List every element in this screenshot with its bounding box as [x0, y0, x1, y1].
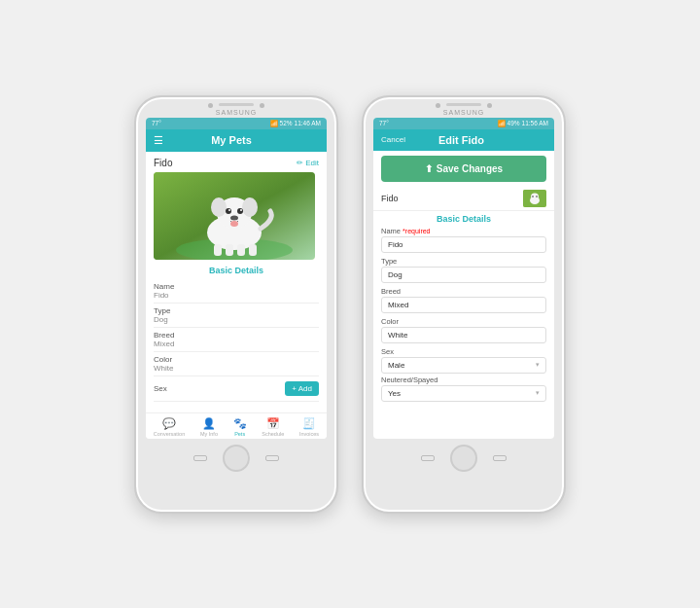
home-button-2[interactable] [450, 445, 477, 472]
dropdown-arrow-sex: ▾ [536, 361, 540, 369]
status-icons-1: 📶 52% 11:46 AM [270, 120, 321, 127]
save-label: Save Changes [437, 163, 503, 174]
brand-label-2: SAMSUNG [443, 109, 484, 116]
bottom-bar-2 [421, 445, 507, 472]
recents-button-2[interactable] [493, 455, 507, 461]
phone2-bottom [421, 439, 507, 472]
bottom-nav: 💬 Conversation 👤 My Info 🐾 Pets 📅 Schedu… [146, 412, 327, 439]
nav-pets[interactable]: 🐾 Pets [233, 417, 247, 437]
svg-rect-15 [249, 244, 257, 256]
svg-rect-12 [214, 244, 222, 256]
status-icons-2: 📶 49% 11:56 AM [498, 120, 548, 127]
sex-dropdown[interactable]: Male ▾ [381, 357, 546, 374]
camera-dot2-left [436, 103, 440, 108]
basic-details-title-1: Basic Details [154, 266, 319, 275]
color-input[interactable]: White [381, 327, 546, 343]
nav-label-schedule: Schedule [262, 431, 284, 437]
edit-icon: ✏ [297, 159, 303, 167]
nav-myinfo[interactable]: 👤 My Info [200, 417, 218, 437]
phone1-screen: 77° 📶 52% 11:46 AM ☰ My Pets Fido [146, 118, 327, 439]
svg-point-8 [228, 209, 230, 211]
svg-rect-14 [237, 244, 245, 256]
add-button[interactable]: + Add [285, 381, 319, 396]
svg-point-20 [536, 196, 538, 197]
list-item: Type Dog [154, 304, 319, 328]
status-bar-1: 77° 📶 52% 11:46 AM [146, 118, 327, 129]
type-input[interactable]: Dog [381, 267, 546, 283]
fido-thumbnail [523, 190, 546, 207]
svg-point-5 [242, 197, 258, 217]
basic-details-title-2: Basic Details [373, 211, 554, 227]
type-field-label: Type [381, 257, 546, 266]
nav-invoices[interactable]: 🧾 Invoices [299, 417, 319, 437]
neutered-value: Yes [388, 389, 401, 398]
recents-button[interactable] [265, 455, 279, 461]
myinfo-icon: 👤 [202, 417, 216, 430]
screen-content-1: Fido ✏ Edit [146, 152, 327, 412]
field-value-type: Dog [154, 315, 319, 324]
nav-schedule[interactable]: 📅 Schedule [262, 417, 284, 437]
pets-icon: 🐾 [233, 417, 247, 430]
svg-point-19 [532, 196, 534, 197]
phone2: SAMSUNG 77° 📶 49% 11:56 AM Cancel Edit F… [362, 95, 566, 514]
field-label-breed: Breed [154, 331, 319, 340]
phone2-cameras [436, 103, 492, 108]
cancel-button[interactable]: Cancel [381, 135, 405, 144]
edit-form: Fido Basic Details [373, 187, 554, 439]
field-label-sex: Sex [154, 384, 167, 393]
phone1-cameras [208, 103, 264, 108]
list-item: Color White [154, 352, 319, 376]
time-display: 11:46 AM [295, 120, 321, 126]
wifi-icon-2: 📶 [498, 120, 506, 127]
field-value-name: Fido [154, 291, 319, 300]
breed-input[interactable]: Mixed [381, 297, 546, 313]
edit-button[interactable]: ✏ Edit [297, 159, 319, 167]
status-bar-2: 77° 📶 49% 11:56 AM [373, 118, 554, 129]
status-left-2: 77° [379, 120, 389, 126]
svg-point-4 [211, 197, 227, 217]
save-changes-button[interactable]: ⬆ Save Changes [381, 156, 546, 182]
phone2-screen: 77° 📶 49% 11:56 AM Cancel Edit Fido ⬆ Sa… [373, 118, 554, 439]
status-left: 77° [152, 120, 161, 126]
edit-header: Cancel Edit Fido [373, 129, 554, 151]
name-field-label: Name *required [381, 227, 546, 235]
name-input[interactable]: Fido [381, 236, 546, 253]
battery-text: 52% [280, 120, 293, 126]
page-title-1: My Pets [163, 134, 299, 146]
field-group: Name *required Fido Type Dog Breed Mixed… [373, 227, 554, 402]
nav-conversation[interactable]: 💬 Conversation [154, 417, 185, 437]
scene: SAMSUNG 77° 📶 52% 11:46 AM ☰ My Pets [115, 76, 585, 533]
fido-row: Fido [373, 187, 554, 211]
sex-value: Male [388, 361, 404, 370]
svg-point-7 [237, 208, 243, 214]
color-field-label: Color [381, 317, 546, 326]
camera-dot-right [260, 103, 264, 108]
svg-point-6 [226, 208, 231, 214]
nav-label-invoices: Invoices [299, 431, 319, 437]
nav-label-myinfo: My Info [200, 431, 218, 437]
speaker2 [446, 103, 481, 106]
back-button-2[interactable] [421, 455, 435, 461]
fido-label: Fido [381, 194, 399, 203]
neutered-dropdown[interactable]: Yes ▾ [381, 385, 546, 402]
bottom-bar-1 [193, 445, 279, 472]
wifi-icon: 📶 [270, 120, 278, 127]
menu-icon[interactable]: ☰ [154, 134, 163, 147]
nav-label-pets: Pets [234, 431, 245, 437]
edit-label: Edit [305, 159, 319, 167]
list-item: Sex + Add [154, 376, 319, 402]
battery-text-2: 49% [508, 120, 520, 126]
list-item: Breed Mixed [154, 328, 319, 352]
back-button[interactable] [193, 455, 207, 461]
invoices-icon: 🧾 [302, 417, 316, 430]
breed-field-label: Breed [381, 287, 546, 296]
save-icon: ⬆ [425, 163, 433, 174]
phone1-top: SAMSUNG [136, 97, 336, 118]
brand-label: SAMSUNG [216, 109, 257, 116]
pet-image [154, 172, 315, 260]
svg-point-11 [230, 221, 238, 227]
home-button[interactable] [223, 445, 250, 472]
pet-name: Fido [154, 158, 172, 168]
field-value-breed: Mixed [154, 340, 319, 348]
pet-name-row: Fido ✏ Edit [154, 158, 319, 168]
